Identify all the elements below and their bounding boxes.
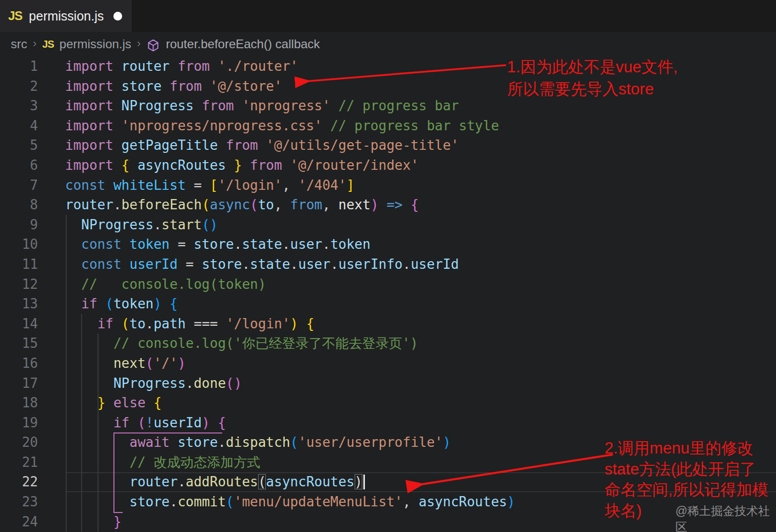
code-token: ( [146,356,154,371]
gutter: 123456789101112131415161718192021222324 [0,56,38,531]
code-token: router [129,474,178,489]
tab-filename: permission.js [29,9,104,24]
code-token: beforeEach [122,197,202,212]
code-line[interactable]: import store from '@/store' [65,76,515,96]
code-line[interactable]: next('/') [65,353,515,373]
code-token: ( [258,474,266,489]
code-token: '@/router/index' [290,157,418,173]
line-number[interactable]: 17 [0,373,38,393]
code-line[interactable]: } else { [65,393,515,413]
line-number[interactable]: 18 [0,393,38,413]
code-line[interactable]: import router from './router' [65,56,515,76]
code-line[interactable]: import getPageTitle from '@/utils/get-pa… [65,135,515,155]
code-token: // console.log(token) [81,277,266,292]
code-token: await [129,435,178,450]
code-token: '/login' [226,316,290,331]
code-line[interactable]: import NProgress from 'nprogress' // pro… [65,96,515,116]
breadcrumb-item-file[interactable]: permission.js [60,37,131,51]
code-token [65,494,129,509]
code-line[interactable]: if (!userId) { [65,413,515,433]
code-token: , [274,197,290,212]
code-token: . [403,257,411,272]
code-line[interactable]: const whiteList = ['/login', '/404'] [65,175,515,195]
code-token: store [193,237,234,252]
line-number[interactable]: 24 [0,512,38,532]
line-number[interactable]: 5 [0,135,38,155]
line-number[interactable]: 23 [0,492,38,512]
code-token: . [170,494,178,509]
breadcrumb: src › JS permission.js › router.beforeEa… [0,32,776,56]
code-token: '/404' [298,178,346,193]
code-token: asyncRoutes [138,157,234,173]
code-line[interactable]: router.beforeEach(async(to, from, next) … [65,195,515,215]
line-number[interactable]: 6 [0,155,38,175]
code-line[interactable]: } [65,512,515,532]
code-line[interactable]: // 改成动态添加方式 [65,452,515,472]
code-line[interactable]: // console.log(token) [65,274,515,294]
tab-permission-js[interactable]: JS permission.js [0,0,132,32]
line-number[interactable]: 21 [0,452,38,472]
line-number[interactable]: 13 [0,294,38,314]
line-number[interactable]: 20 [0,432,38,452]
code-line[interactable]: const token = store.state.user.token [65,234,515,254]
line-number[interactable]: 14 [0,314,38,334]
line-number[interactable]: 9 [0,215,38,235]
line-number[interactable]: 16 [0,353,38,373]
code-token: asyncRoutes [266,474,354,489]
code-token [65,336,113,351]
code-token: to [258,197,274,212]
code-token: ( [122,316,130,331]
line-number[interactable]: 19 [0,413,38,433]
code-token: from [170,78,210,94]
code-line[interactable]: if (token) { [65,294,515,314]
code-token: { [170,296,178,311]
line-number[interactable]: 15 [0,333,38,353]
tab-bar: JS permission.js [0,0,776,32]
code-token: start [162,217,202,232]
code-line[interactable]: // console.log('你已经登录了不能去登录页') [65,333,515,353]
code-token: . [234,237,242,252]
code-line[interactable]: import 'nprogress/nprogress.css' // prog… [65,116,515,136]
code-token: import [65,78,122,94]
code-token: // progress bar style [331,118,499,133]
line-number[interactable]: 2 [0,76,38,96]
code-area[interactable]: import router from './router'import stor… [65,56,515,531]
line-number[interactable]: 10 [0,234,38,254]
code-token: userId [153,415,202,430]
code-token: '@/store' [210,78,282,94]
code-token: router [122,58,178,74]
text-cursor [363,475,365,489]
line-number[interactable]: 22 [0,472,38,492]
code-token [65,356,113,371]
breadcrumb-item-src[interactable]: src [11,37,27,51]
code-token: import [65,137,122,153]
line-number[interactable]: 1 [0,56,38,76]
code-token: store [122,78,170,94]
code-line[interactable]: import { asyncRoutes } from '@/router/in… [65,155,515,175]
code-token: => [379,197,411,212]
line-number[interactable]: 12 [0,274,38,294]
code-token: const [81,257,129,272]
code-line[interactable]: await store.dispatch('user/userprofile') [65,432,515,452]
code-token: to [129,316,145,331]
code-token: import [65,157,122,173]
line-number[interactable]: 11 [0,254,38,274]
code-line[interactable]: NProgress.done() [65,373,515,393]
line-number[interactable]: 7 [0,175,38,195]
line-number[interactable]: 4 [0,116,38,136]
line-number[interactable]: 8 [0,195,38,215]
code-line[interactable]: router.addRoutes(asyncRoutes) [65,472,515,492]
modified-indicator-dot[interactable] [113,12,122,21]
code-line[interactable]: if (to.path === '/login') { [65,314,515,334]
code-token: } [234,157,250,173]
code-token: . [186,376,194,391]
code-line[interactable]: const userId = store.state.user.userInfo… [65,254,515,274]
code-token: } [113,514,122,529]
code-token: dispatch [226,435,290,450]
code-token [65,277,81,292]
line-number[interactable]: 3 [0,96,38,116]
code-token: , [282,178,298,193]
breadcrumb-item-symbol[interactable]: router.beforeEach() callback [166,37,320,51]
code-line[interactable]: NProgress.start() [65,215,515,235]
code-line[interactable]: store.commit('menu/updateMenuList', asyn… [65,492,515,512]
